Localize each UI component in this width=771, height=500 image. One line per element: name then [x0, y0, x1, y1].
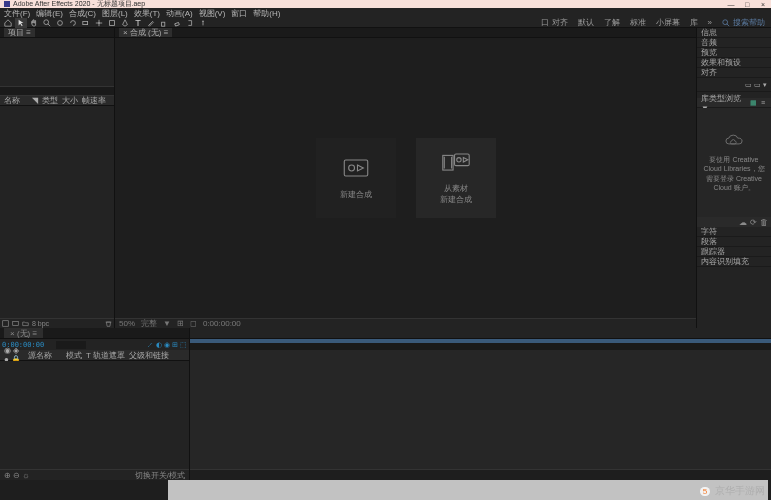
- timeline-search[interactable]: [56, 341, 86, 349]
- watermark: 5 京华手游网: [700, 484, 765, 498]
- svg-rect-8: [162, 22, 165, 26]
- anchor-tool[interactable]: [93, 18, 105, 28]
- pen-tool[interactable]: [119, 18, 131, 28]
- time-ruler[interactable]: [190, 339, 771, 350]
- eraser-tool[interactable]: [171, 18, 183, 28]
- workspace-small[interactable]: 小屏幕: [656, 17, 680, 28]
- workspace-lib[interactable]: 库: [690, 17, 698, 28]
- svg-point-2: [58, 20, 63, 25]
- search-help[interactable]: 搜索帮助: [722, 17, 765, 28]
- minimize-button[interactable]: —: [727, 1, 735, 7]
- brush-tool[interactable]: [145, 18, 157, 28]
- zoom-level[interactable]: 50%: [119, 319, 135, 328]
- new-comp-label: 新建合成: [340, 189, 372, 200]
- menu-window[interactable]: 窗口: [231, 8, 247, 19]
- trash-icon[interactable]: 🗑: [760, 218, 768, 227]
- orbit-tool[interactable]: [54, 18, 66, 28]
- time-display[interactable]: 0:00:00:00: [203, 319, 241, 328]
- zoom-tool[interactable]: [41, 18, 53, 28]
- align-body: ▭ ▭ ▾: [697, 78, 771, 92]
- libraries-message: 要使用 Creative Cloud Libraries，您需要登录 Creat…: [701, 155, 767, 191]
- overlay-bar: [168, 480, 768, 500]
- bpc-label[interactable]: 8 bpc: [32, 320, 49, 327]
- workspace-learn[interactable]: 了解: [604, 17, 620, 28]
- watermark-badge: 5: [700, 487, 710, 496]
- col-parent[interactable]: 父级和链接: [129, 350, 169, 361]
- frame-blend-toggle[interactable]: ◐: [156, 341, 162, 349]
- draft-toggle[interactable]: ⬚: [180, 341, 187, 349]
- list-view-icon[interactable]: ≡: [759, 99, 767, 107]
- roto-tool[interactable]: [184, 18, 196, 28]
- align-panel[interactable]: 对齐: [697, 68, 771, 78]
- clone-tool[interactable]: [158, 18, 170, 28]
- resolution[interactable]: 完整: [141, 318, 157, 329]
- grid-view-icon[interactable]: ▦: [749, 99, 757, 107]
- project-preview-area: [0, 38, 114, 86]
- composition-tab[interactable]: × 合成 (无) ≡: [119, 28, 172, 37]
- content-aware-panel[interactable]: 内容识别填充: [697, 257, 771, 267]
- cloud-status-icon[interactable]: ☁: [739, 218, 747, 227]
- puppet-tool[interactable]: [197, 18, 209, 28]
- col-fps[interactable]: 帧速率: [82, 95, 106, 106]
- rotate-tool[interactable]: [67, 18, 79, 28]
- sync-icon[interactable]: ⟳: [750, 218, 757, 227]
- new-from-footage-card[interactable]: 从素材 新建合成: [416, 138, 496, 218]
- libraries-header[interactable]: 库类型浏览 ▼ ▦≡: [697, 98, 771, 108]
- cloud-icon: [723, 133, 745, 149]
- svg-point-22: [456, 158, 460, 162]
- new-composition-card[interactable]: 新建合成: [316, 138, 396, 218]
- right-panels: 信息 音频 预览 效果和预设 对齐 ▭ ▭ ▾ 库类型浏览 ▼ ▦≡ 要使用 C…: [696, 28, 771, 328]
- search-help-label: 搜索帮助: [733, 17, 765, 28]
- timeline-scrollbar[interactable]: [190, 469, 771, 480]
- col-type[interactable]: 类型: [42, 95, 58, 106]
- svg-rect-7: [110, 20, 115, 25]
- timeline-layer-list[interactable]: [0, 361, 189, 469]
- timeline-footer-icons[interactable]: ⊕ ⊖ ☼: [4, 471, 30, 480]
- watermark-text: 京华手游网: [715, 485, 765, 496]
- svg-point-17: [348, 165, 354, 171]
- grid-icon[interactable]: ⊞: [177, 319, 184, 328]
- footage-icon: [441, 151, 471, 173]
- workspace-default[interactable]: 默认: [578, 17, 594, 28]
- col-size[interactable]: 大小: [62, 95, 78, 106]
- app-icon: [4, 1, 10, 7]
- project-list[interactable]: [0, 106, 114, 318]
- rect-tool[interactable]: [106, 18, 118, 28]
- workspace-more[interactable]: »: [708, 18, 712, 27]
- svg-rect-9: [175, 22, 180, 26]
- workspace-standard[interactable]: 标准: [630, 17, 646, 28]
- timeline-panel: × (无) ≡ 0:00:00:00 ⟋ ◐ ◉ ⊞ ⬚ ◉ ◈ ● 🔒 源名称…: [0, 328, 771, 480]
- close-button[interactable]: ×: [759, 1, 767, 7]
- project-footer: 8 bpc: [0, 318, 114, 328]
- timeline-controls: 0:00:00:00 ⟋ ◐ ◉ ⊞ ⬚: [0, 339, 189, 350]
- tool-bar: T 口 对齐 默认 了解 标准 小屏幕 库 » 搜索帮助: [0, 18, 771, 28]
- composition-footer: 50% 完整 ▼ ⊞ ◻ 0:00:00:00: [115, 318, 696, 328]
- maximize-button[interactable]: □: [743, 1, 751, 7]
- timeline-tab[interactable]: × (无) ≡: [4, 328, 43, 338]
- mask-icon[interactable]: ◻: [190, 319, 197, 328]
- snap-toggle[interactable]: 口 对齐: [541, 17, 567, 28]
- timeline-tracks[interactable]: [190, 350, 771, 469]
- menu-help[interactable]: 帮助(H): [253, 8, 280, 19]
- home-tool[interactable]: [2, 18, 14, 28]
- motion-blur-toggle[interactable]: ◉: [164, 341, 170, 349]
- shy-toggle[interactable]: ⟋: [147, 341, 154, 349]
- timeline-columns: ◉ ◈ ● 🔒 源名称 模式 T 轨道遮罩 父级和链接: [0, 350, 189, 361]
- svg-rect-3: [83, 21, 88, 24]
- libraries-body: 要使用 Creative Cloud Libraries，您需要登录 Creat…: [697, 108, 771, 217]
- col-matte[interactable]: T 轨道遮罩: [86, 350, 125, 361]
- col-source[interactable]: 源名称: [28, 350, 52, 361]
- hand-tool[interactable]: [28, 18, 40, 28]
- toggle-switches[interactable]: 切换开关/模式: [135, 470, 185, 481]
- svg-line-13: [727, 23, 729, 25]
- col-mode[interactable]: 模式: [66, 350, 82, 361]
- selection-tool[interactable]: [15, 18, 27, 28]
- text-tool[interactable]: T: [132, 18, 144, 28]
- svg-rect-15: [13, 321, 19, 325]
- footage-label-1: 从素材: [440, 183, 472, 194]
- col-name[interactable]: 名称: [4, 95, 20, 106]
- project-tab[interactable]: 项目 ≡: [4, 28, 35, 37]
- camera-tool[interactable]: [80, 18, 92, 28]
- new-comp-icon: [341, 157, 371, 179]
- graph-toggle[interactable]: ⊞: [172, 341, 178, 349]
